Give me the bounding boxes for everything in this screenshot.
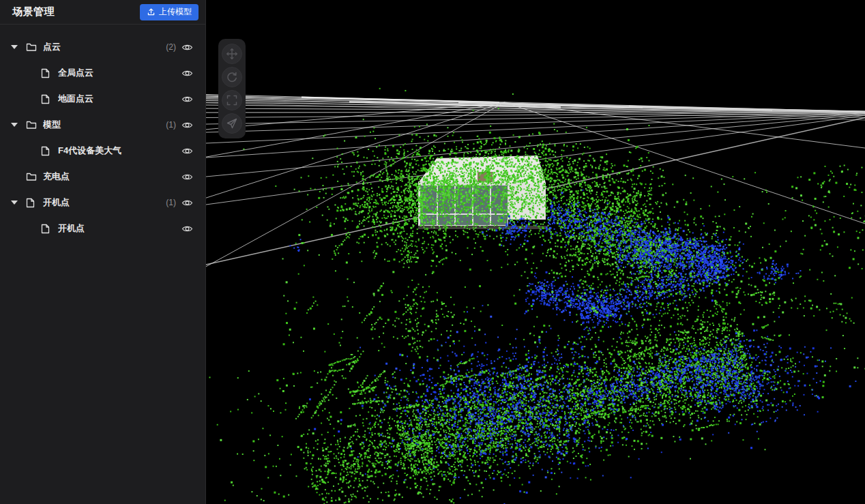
file-icon xyxy=(41,68,52,78)
tree-row-全局点云[interactable]: 全局点云 xyxy=(0,60,205,86)
viewport-toolbar xyxy=(218,39,246,138)
tree-item-count: (1) xyxy=(166,120,176,130)
folder-icon xyxy=(26,119,37,130)
fit-view-tool-icon xyxy=(226,94,238,106)
tree-row-F4代设备美大气[interactable]: F4代设备美大气 xyxy=(0,138,205,164)
visibility-eye-icon[interactable] xyxy=(181,223,193,235)
tree-item-count: (1) xyxy=(166,198,176,207)
folder-icon xyxy=(26,42,37,53)
tree-row-点云[interactable]: 点云 (2) xyxy=(0,34,205,60)
upload-icon xyxy=(147,8,156,16)
visibility-eye-icon[interactable] xyxy=(181,171,193,183)
visibility-eye-icon[interactable] xyxy=(181,68,193,79)
chevron-down-icon[interactable] xyxy=(11,45,18,49)
visibility-eye-icon[interactable] xyxy=(181,197,193,209)
tree-item-label: 开机点 xyxy=(43,196,166,209)
file-icon xyxy=(41,145,52,156)
tree-item-label: 全局点云 xyxy=(58,67,176,79)
chevron-down-icon[interactable] xyxy=(11,201,18,205)
scene-tree: 点云 (2) 全局点云 地面点云 xyxy=(0,25,205,504)
navigate-tool-button[interactable] xyxy=(222,113,242,134)
move-tool-icon xyxy=(226,48,238,60)
move-tool-button[interactable] xyxy=(222,44,242,64)
tree-item-label: 点云 xyxy=(43,41,166,53)
tree-row-开机点[interactable]: 开机点 (1) xyxy=(0,190,205,216)
upload-model-button[interactable]: 上传模型 xyxy=(140,4,199,20)
navigate-tool-icon xyxy=(226,117,238,130)
fit-view-tool-button[interactable] xyxy=(222,90,242,110)
pointcloud-viewport-canvas[interactable] xyxy=(206,0,865,504)
tree-row-模型[interactable]: 模型 (1) xyxy=(0,112,205,138)
visibility-eye-icon[interactable] xyxy=(181,119,193,131)
visibility-eye-icon[interactable] xyxy=(181,145,193,157)
folder-icon xyxy=(26,171,37,182)
tree-item-label: 地面点云 xyxy=(58,93,176,105)
rotate-tool-icon xyxy=(226,71,238,83)
rotate-tool-button[interactable] xyxy=(222,67,242,87)
tree-row-开机点[interactable]: 开机点 xyxy=(0,216,205,241)
visibility-eye-icon[interactable] xyxy=(181,42,193,53)
scene-manager-panel: 场景管理 上传模型 点云 (2) 全局点云 xyxy=(0,0,206,504)
file-icon xyxy=(41,93,52,104)
visibility-eye-icon[interactable] xyxy=(181,93,193,105)
tree-item-label: 开机点 xyxy=(58,222,176,235)
tree-row-充电点[interactable]: 充电点 xyxy=(0,164,205,190)
upload-button-label: 上传模型 xyxy=(159,6,192,18)
tree-item-label: F4代设备美大气 xyxy=(58,145,176,157)
file-icon xyxy=(41,223,52,234)
file-icon xyxy=(26,197,37,208)
chevron-down-icon[interactable] xyxy=(11,123,18,127)
viewport-3d xyxy=(206,0,865,504)
scene-manager-header: 场景管理 上传模型 xyxy=(0,0,205,25)
tree-item-label: 充电点 xyxy=(43,171,176,183)
panel-title: 场景管理 xyxy=(12,5,55,18)
tree-item-count: (2) xyxy=(166,42,176,52)
tree-row-地面点云[interactable]: 地面点云 xyxy=(0,86,205,112)
tree-item-label: 模型 xyxy=(43,119,166,131)
app-window: 场景管理 上传模型 点云 (2) 全局点云 xyxy=(0,0,865,504)
